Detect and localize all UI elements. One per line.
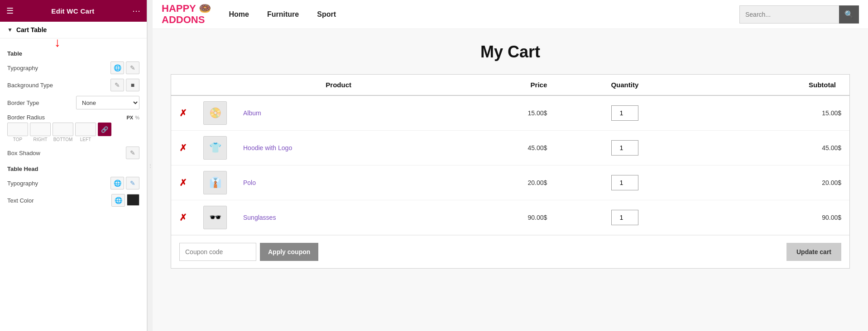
main-content: My Cart Product Price Quantity Subtotal … [153, 29, 868, 331]
border-type-select[interactable]: None Solid Dashed Dotted [76, 96, 139, 109]
bottom-label: BOTTOM [53, 137, 73, 142]
remove-btn-0[interactable]: ✗ [179, 108, 187, 118]
table-head-section-label: Table Head [7, 166, 139, 172]
table-header-row: Product Price Quantity Subtotal [171, 75, 849, 95]
background-type-row: Background Type ✎ ■ [7, 79, 139, 91]
table-row: ✗ 👕 Hoodie with Logo 45.00$ 45.00$ [171, 131, 849, 166]
subtotal-cell-3: 90.00$ [694, 200, 849, 235]
globe-head-icon-btn[interactable]: 🌐 [110, 177, 124, 189]
background-type-controls: ✎ ■ [110, 79, 139, 91]
logo-area: HAPPY 🍩 ADDONS [162, 3, 211, 25]
nav-furniture[interactable]: Furniture [267, 10, 299, 19]
globe-text-color-btn[interactable]: 🌐 [111, 194, 125, 207]
left-panel: ☰ Edit WC Cart ⋯ ▼ Cart Table ↓ Table Ty… [0, 0, 147, 331]
subtotal-cell-2: 20.00$ [694, 166, 849, 200]
typography-row: Typography 🌐 ✎ [7, 61, 139, 74]
qty-cell-1 [555, 131, 694, 166]
px-toggle[interactable]: PX [127, 115, 134, 120]
product-img-0: 📀 [203, 101, 227, 125]
logo: HAPPY 🍩 ADDONS [162, 3, 211, 25]
radius-inputs: 🔗 [7, 123, 139, 136]
qty-cell-0 [555, 95, 694, 131]
pencil-head-icon-btn[interactable]: ✎ [126, 177, 139, 189]
text-color-label: Text Color [7, 197, 34, 204]
left-label: LEFT [75, 137, 96, 142]
search-input[interactable] [739, 5, 839, 24]
hamburger-icon[interactable]: ☰ [6, 6, 14, 16]
red-arrow-indicator: ↓ [54, 35, 61, 50]
logo-happy: HAPPY [162, 3, 196, 14]
radius-right-input[interactable] [30, 123, 51, 136]
qty-input-0[interactable] [611, 105, 638, 121]
text-color-swatch[interactable] [127, 194, 139, 206]
price-cell-0: 15.00$ [442, 95, 555, 131]
right-panel: HAPPY 🍩 ADDONS Home Furniture Sport 🔍 My… [153, 0, 868, 331]
search-button[interactable]: 🔍 [839, 5, 859, 24]
brush-icon-btn[interactable]: ✎ [110, 79, 124, 91]
resize-handle[interactable]: ⋮ [147, 0, 153, 331]
logo-text: HAPPY 🍩 ADDONS [162, 3, 211, 25]
text-color-row: Text Color 🌐 [7, 194, 139, 207]
nav-links: Home Furniture Sport [229, 10, 739, 19]
globe-icon-btn[interactable]: 🌐 [110, 61, 124, 74]
qty-input-1[interactable] [611, 140, 638, 156]
color-icon-btn[interactable]: ■ [126, 79, 139, 91]
product-name-1[interactable]: Hoodie with Logo [243, 144, 292, 151]
grid-icon[interactable]: ⋯ [132, 6, 140, 16]
remove-btn-2[interactable]: ✗ [179, 178, 187, 188]
price-cell-2: 20.00$ [442, 166, 555, 200]
nav-home[interactable]: Home [229, 10, 249, 19]
coupon-area: Apply coupon [179, 243, 318, 261]
th-quantity: Quantity [555, 75, 694, 95]
top-bar: ☰ Edit WC Cart ⋯ [0, 0, 147, 22]
pct-toggle[interactable]: % [135, 115, 139, 120]
logo-addons: ADDONS [162, 14, 205, 25]
box-shadow-label: Box Shadow [7, 150, 40, 156]
radius-bottom-input[interactable] [53, 123, 73, 136]
cart-table-heading[interactable]: ▼ Cart Table ↓ [0, 22, 147, 38]
cart-table-container: Product Price Quantity Subtotal ✗ 📀 Albu… [171, 74, 850, 269]
cart-table-label: Cart Table [16, 26, 47, 33]
qty-input-2[interactable] [611, 175, 638, 190]
price-cell-1: 45.00$ [442, 131, 555, 166]
border-radius-container: Border Radius PX % 🔗 TOP RIGHT BOTTOM LE… [7, 114, 139, 142]
typography-controls: 🌐 ✎ [110, 61, 139, 74]
th-remove [171, 75, 195, 95]
th-price: Price [442, 75, 555, 95]
border-radius-label: Border Radius [7, 114, 45, 121]
top-label: TOP [7, 137, 28, 142]
right-label: RIGHT [30, 137, 51, 142]
price-cell-3: 90.00$ [442, 200, 555, 235]
update-cart-button[interactable]: Update cart [786, 243, 841, 261]
th-image [195, 75, 235, 95]
page-title: My Cart [171, 43, 850, 61]
collapse-arrow-icon: ▼ [7, 27, 13, 33]
th-product: Product [235, 75, 442, 95]
coupon-input[interactable] [179, 243, 256, 261]
nav-sport[interactable]: Sport [317, 10, 336, 19]
qty-cell-2 [555, 166, 694, 200]
typography-head-controls: 🌐 ✎ [110, 177, 139, 189]
th-subtotal: Subtotal [694, 75, 849, 95]
radius-top-input[interactable] [7, 123, 28, 136]
typography-label: Typography [7, 65, 38, 71]
pencil-icon-btn[interactable]: ✎ [126, 61, 139, 74]
remove-btn-1[interactable]: ✗ [179, 143, 187, 153]
product-name-2[interactable]: Polo [243, 179, 256, 186]
apply-coupon-button[interactable]: Apply coupon [260, 243, 318, 261]
px-pct-toggle: PX % [127, 115, 139, 120]
subtotal-cell-1: 45.00$ [694, 131, 849, 166]
product-name-3[interactable]: Sunglasses [243, 214, 276, 221]
cart-actions: Apply coupon Update cart [171, 235, 849, 268]
search-area: 🔍 [739, 5, 859, 24]
box-shadow-pencil-btn[interactable]: ✎ [126, 147, 139, 159]
product-name-0[interactable]: Album [243, 109, 261, 117]
remove-btn-3[interactable]: ✗ [179, 213, 187, 222]
cart-table: Product Price Quantity Subtotal ✗ 📀 Albu… [171, 75, 849, 235]
radius-left-input[interactable] [75, 123, 96, 136]
qty-input-3[interactable] [611, 210, 638, 225]
qty-cell-3 [555, 200, 694, 235]
link-radius-btn[interactable]: 🔗 [98, 123, 111, 136]
background-type-label: Background Type [7, 82, 53, 89]
table-section-label: Table [7, 50, 139, 57]
